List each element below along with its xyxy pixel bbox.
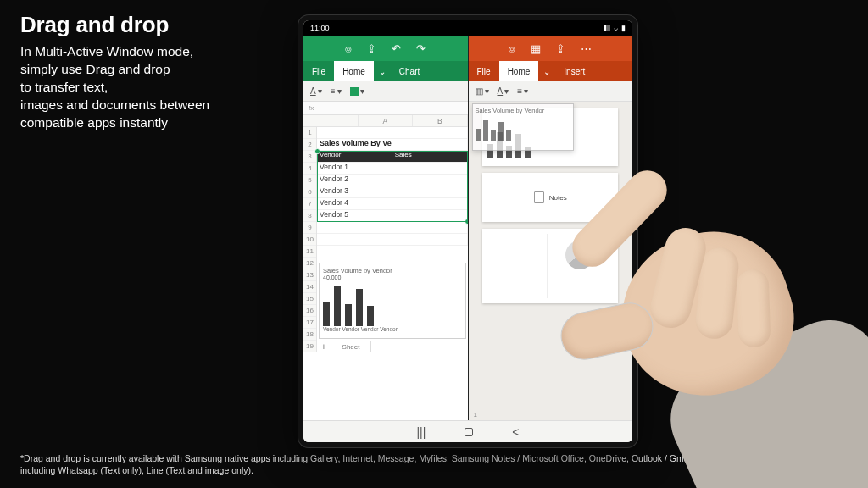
- chart-title: Sales Volume by Vendor: [323, 267, 462, 274]
- selection-handle-tl[interactable]: [314, 148, 320, 154]
- share-icon[interactable]: ⇪: [556, 42, 565, 55]
- home-button[interactable]: [465, 425, 473, 439]
- ppt-toolbar: ▥▾ A▾ ≡▾: [469, 81, 633, 102]
- row-headers: 12345678910111213141516171819: [303, 127, 317, 352]
- tab-home[interactable]: Home: [499, 61, 539, 81]
- font-color-button[interactable]: A▾: [498, 86, 509, 96]
- share-icon[interactable]: ⇪: [367, 42, 376, 55]
- cell-vendor4[interactable]: Vendor 4: [317, 198, 392, 209]
- lightbulb-icon[interactable]: ⌾: [509, 42, 515, 55]
- device-frame: 11:00 ⌵ ▮ ⌾ ⇪ ↶ ↷ File Home ⌄: [298, 15, 637, 447]
- embedded-chart[interactable]: Sales Volume by Vendor 40,000 Vendor Ven…: [319, 263, 466, 339]
- font-color-button[interactable]: A▾: [310, 86, 322, 96]
- present-icon[interactable]: ▦: [531, 42, 541, 55]
- tab-file[interactable]: File: [469, 61, 499, 81]
- wifi-icon: ⌵: [614, 24, 618, 32]
- excel-toolbar: A▾ ≡▾ ▾: [303, 81, 468, 102]
- col-header-a[interactable]: A: [359, 115, 414, 126]
- add-sheet-button[interactable]: +: [317, 341, 331, 352]
- tab-home[interactable]: Home: [334, 61, 374, 81]
- device-screen: 11:00 ⌵ ▮ ⌾ ⇪ ↶ ↷ File Home ⌄: [303, 20, 632, 442]
- undo-icon[interactable]: ↶: [392, 42, 401, 55]
- sheet-title: Sales Volume By Vendor: [317, 139, 392, 150]
- excel-ribbon-tabs: File Home ⌄ Chart: [303, 61, 468, 81]
- notes-label: Notes: [549, 194, 567, 202]
- cell-vendor5[interactable]: Vendor 5: [317, 210, 392, 221]
- align-button[interactable]: ≡▾: [331, 86, 342, 96]
- formula-bar[interactable]: fx: [303, 102, 468, 115]
- status-bar: 11:00 ⌵ ▮: [303, 20, 632, 36]
- tab-chevron-icon[interactable]: ⌄: [538, 61, 555, 81]
- cell-vendor1[interactable]: Vendor 1: [317, 163, 392, 174]
- promo-title: Drag and drop: [20, 12, 292, 38]
- slide-thumbnails: [469, 413, 633, 420]
- sheet-tab[interactable]: Sheet: [331, 341, 371, 352]
- header-vendor: Vendor: [317, 151, 392, 162]
- header-sales: Sales: [392, 151, 468, 162]
- tab-insert[interactable]: Insert: [555, 61, 593, 81]
- footnote: *Drag and drop is currently available wi…: [20, 452, 848, 476]
- signal-icon: [604, 25, 610, 30]
- redo-icon[interactable]: ↷: [416, 42, 426, 55]
- status-time: 11:00: [310, 24, 330, 32]
- excel-titlebar: ⌾ ⇪ ↶ ↷: [303, 36, 468, 61]
- slide-counter: 1: [474, 411, 477, 419]
- slide-3[interactable]: [482, 229, 618, 303]
- slide-2[interactable]: Notes: [482, 173, 618, 222]
- layout-button[interactable]: ▥▾: [476, 86, 489, 96]
- more-icon[interactable]: ⋯: [581, 42, 592, 55]
- ppt-titlebar: ⌾ ▦ ⇪ ⋯: [469, 36, 633, 61]
- android-navbar: ||| <: [303, 420, 632, 442]
- ppt-ribbon-tabs: File Home ⌄ Insert: [469, 61, 633, 81]
- cell-vendor3[interactable]: Vendor 3: [317, 186, 392, 197]
- cell-vendor2[interactable]: Vendor 2: [317, 175, 392, 186]
- spreadsheet[interactable]: A B 12345678910111213141516171819 Sales …: [303, 115, 468, 420]
- drag-title: Sales Volume by Vendor: [476, 107, 570, 114]
- recents-button[interactable]: |||: [416, 425, 426, 439]
- fill-button[interactable]: ▾: [350, 86, 364, 96]
- tab-chart[interactable]: Chart: [391, 61, 428, 81]
- lightbulb-icon[interactable]: ⌾: [345, 42, 352, 55]
- excel-app: ⌾ ⇪ ↶ ↷ File Home ⌄ Chart A▾ ≡▾ ▾ fx: [303, 36, 468, 420]
- back-button[interactable]: <: [512, 425, 519, 439]
- tab-file[interactable]: File: [303, 61, 334, 81]
- battery-icon: ▮: [621, 24, 626, 32]
- col-header-b[interactable]: B: [413, 115, 468, 126]
- align-button[interactable]: ≡▾: [517, 86, 528, 96]
- selection-handle-br[interactable]: [465, 219, 468, 225]
- drag-preview[interactable]: Sales Volume by Vendor: [472, 103, 574, 151]
- tab-chevron-icon[interactable]: ⌄: [374, 61, 391, 81]
- promo-body: In Multi-Active Window mode, simply use …: [20, 43, 292, 132]
- notes-icon: [534, 191, 544, 203]
- powerpoint-app: ⌾ ▦ ⇪ ⋯ File Home ⌄ Insert ▥▾ A▾ ≡▾: [468, 36, 633, 420]
